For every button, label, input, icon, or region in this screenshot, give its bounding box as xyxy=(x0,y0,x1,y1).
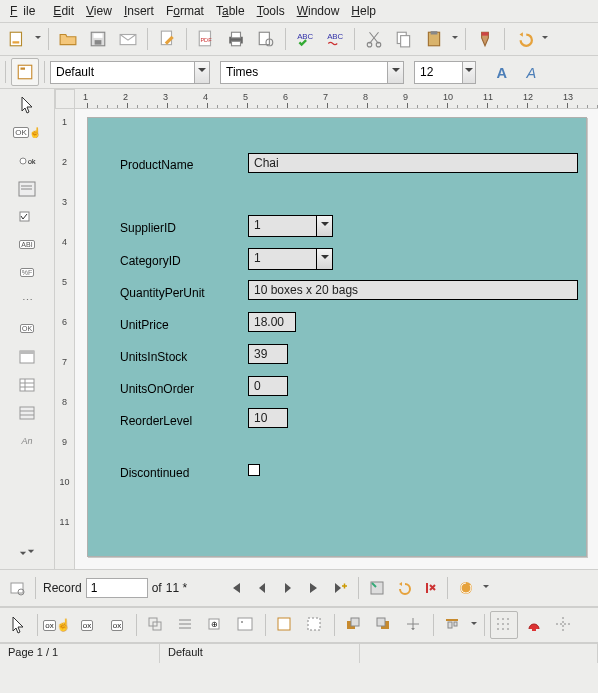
check-box-tool[interactable] xyxy=(10,203,44,230)
table-control-tool[interactable] xyxy=(10,371,44,398)
label-unitprice: UnitPrice xyxy=(120,318,169,332)
undo-record-button[interactable] xyxy=(392,577,414,599)
export-pdf-button[interactable]: PDF xyxy=(192,25,220,53)
edit-doc-button[interactable] xyxy=(153,25,181,53)
next-record-button[interactable] xyxy=(277,577,299,599)
menu-table[interactable]: Table xyxy=(210,2,251,20)
copy-button[interactable] xyxy=(390,25,418,53)
field-productname[interactable]: Chai xyxy=(248,153,578,173)
record-number-input[interactable] xyxy=(86,578,148,598)
svg-point-65 xyxy=(497,618,499,620)
last-record-button[interactable] xyxy=(303,577,325,599)
field-unitprice[interactable]: 18.00 xyxy=(248,312,296,332)
list-box-tool[interactable] xyxy=(10,175,44,202)
paragraph-style-input[interactable] xyxy=(51,63,194,81)
text-box-tool[interactable]: OK xyxy=(10,315,44,342)
field-categoryid[interactable]: 1 xyxy=(248,248,333,270)
undo-dropdown[interactable] xyxy=(540,25,550,53)
chevron-down-icon[interactable] xyxy=(316,216,332,236)
push-button-tool[interactable]: OK☝ xyxy=(10,119,44,146)
field-discontinued[interactable] xyxy=(248,464,260,476)
field-reorderlevel[interactable]: 10 xyxy=(248,408,288,428)
more-controls-tool[interactable]: ⋯ xyxy=(10,287,44,314)
delete-record-button[interactable] xyxy=(418,577,440,599)
italic-button[interactable]: A xyxy=(518,58,546,86)
anchor-tool[interactable]: An xyxy=(10,427,44,454)
option-button-tool[interactable]: ok xyxy=(10,147,44,174)
menu-view[interactable]: View xyxy=(80,2,118,20)
menu-insert[interactable]: Insert xyxy=(118,2,160,20)
group-button[interactable] xyxy=(400,611,428,639)
mail-button[interactable] xyxy=(114,25,142,53)
auto-control-focus-button[interactable] xyxy=(301,611,329,639)
menu-format[interactable]: Format xyxy=(160,2,210,20)
cut-button[interactable] xyxy=(360,25,388,53)
select-tool[interactable] xyxy=(10,91,44,118)
open-design-button[interactable] xyxy=(271,611,299,639)
formatted-field-tool[interactable]: %F xyxy=(10,259,44,286)
paste-dropdown[interactable] xyxy=(450,25,460,53)
menu-file[interactable]: File xyxy=(4,2,47,20)
status-style[interactable]: Default xyxy=(160,644,360,663)
menu-help[interactable]: Help xyxy=(345,2,382,20)
save-record-button[interactable] xyxy=(366,577,388,599)
chevron-down-icon[interactable] xyxy=(194,62,209,83)
menu-tools[interactable]: Tools xyxy=(251,2,291,20)
refresh-button[interactable] xyxy=(455,577,477,599)
select-tool-bottom[interactable] xyxy=(4,611,32,639)
open-button[interactable] xyxy=(54,25,82,53)
print-preview-button[interactable] xyxy=(252,25,280,53)
auto-spellcheck-button[interactable]: ABC xyxy=(321,25,349,53)
paste-button[interactable] xyxy=(420,25,448,53)
menu-edit[interactable]: Edit xyxy=(47,2,80,20)
format-paintbrush-button[interactable] xyxy=(471,25,499,53)
alignment-button[interactable] xyxy=(439,611,467,639)
field-qtyperunit[interactable]: 10 boxes x 20 bags xyxy=(248,280,578,300)
field-supplierid[interactable]: 1 xyxy=(248,215,333,237)
paragraph-style-combo[interactable] xyxy=(50,61,210,84)
guides-button[interactable] xyxy=(550,611,578,639)
activation-order-button[interactable] xyxy=(172,611,200,639)
font-name-combo[interactable] xyxy=(220,61,404,84)
form-design-button[interactable] xyxy=(11,58,39,86)
font-size-input[interactable] xyxy=(415,63,462,81)
add-field-button[interactable]: ⊕ xyxy=(202,611,230,639)
chevron-down-icon[interactable] xyxy=(316,249,332,269)
print-button[interactable] xyxy=(222,25,250,53)
canvas[interactable]: ProductName Chai SupplierID 1 CategoryID… xyxy=(75,109,598,569)
menu-window[interactable]: Window xyxy=(291,2,346,20)
spellcheck-button[interactable]: ABC xyxy=(291,25,319,53)
field-unitsinstock[interactable]: 39 xyxy=(248,344,288,364)
control-properties2-button[interactable]: ox xyxy=(103,611,131,639)
bold-button[interactable]: A xyxy=(488,58,516,86)
form-navigator-button2[interactable] xyxy=(232,611,260,639)
field-unitsonorder[interactable]: 0 xyxy=(248,376,288,396)
refresh-dropdown[interactable] xyxy=(481,574,491,602)
bring-to-front-button[interactable] xyxy=(340,611,368,639)
position-size-button[interactable] xyxy=(142,611,170,639)
font-name-input[interactable] xyxy=(221,63,387,81)
new-button[interactable] xyxy=(3,25,31,53)
first-record-button[interactable] xyxy=(225,577,247,599)
grid-visible-button[interactable] xyxy=(490,611,518,639)
control-properties-button[interactable]: ox☝ xyxy=(43,611,71,639)
new-record-button[interactable] xyxy=(329,577,351,599)
label-tool[interactable]: ABI xyxy=(10,231,44,258)
wizards-button[interactable] xyxy=(10,343,44,370)
prev-record-button[interactable] xyxy=(251,577,273,599)
table-grid-tool[interactable] xyxy=(10,399,44,426)
expand-tools[interactable] xyxy=(10,541,44,568)
new-dropdown[interactable] xyxy=(33,25,43,53)
horizontal-ruler[interactable]: /*populated below*/ 12345678910111213 xyxy=(75,89,598,109)
snap-to-grid-button[interactable] xyxy=(520,611,548,639)
vertical-ruler[interactable]: 1234567891011 xyxy=(55,109,75,569)
chevron-down-icon[interactable] xyxy=(387,62,403,83)
chevron-down-icon[interactable] xyxy=(462,62,475,83)
undo-button[interactable] xyxy=(510,25,538,53)
form-properties-button[interactable]: ox xyxy=(73,611,101,639)
alignment-dropdown[interactable] xyxy=(469,611,479,639)
send-to-back-button[interactable] xyxy=(370,611,398,639)
form-navigator-button[interactable] xyxy=(6,577,28,599)
save-button[interactable] xyxy=(84,25,112,53)
font-size-combo[interactable] xyxy=(414,61,476,84)
